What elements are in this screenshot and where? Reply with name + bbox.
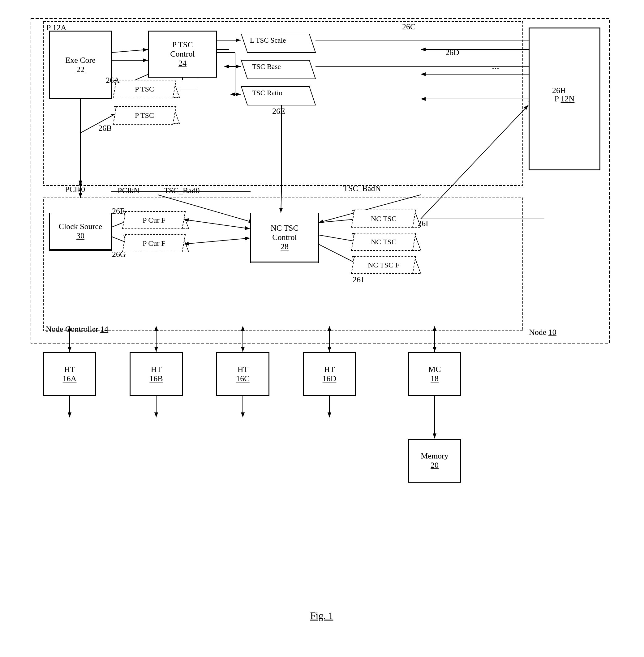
nc-tsc-1-label: NC TSC xyxy=(371,215,396,223)
p-cur-f-bot-label: P Cur F xyxy=(143,239,165,248)
nc-tsc-control-box: NC TSCControl28 xyxy=(251,213,319,262)
ref-26c: 26C xyxy=(402,22,415,31)
nc-tsc-f-label: NC TSC F xyxy=(368,261,399,269)
ht-16a-box: HT16A xyxy=(43,352,96,396)
nc-tsc-2-label: NC TSC xyxy=(371,238,396,246)
ht-16b-box: HT16B xyxy=(130,352,183,396)
tsc-badn-label: TSC_BadN xyxy=(343,184,381,193)
p-cur-f-bot-box: P Cur F xyxy=(122,234,186,252)
ht-16c-label: HT16C xyxy=(236,365,249,383)
ht-16b-label: HT16B xyxy=(150,365,163,383)
p-cur-f-top-box: P Cur F xyxy=(122,211,186,229)
ref-26g: 26G xyxy=(112,250,126,259)
tsc-base-label: TSC Base xyxy=(252,63,281,71)
svg-rect-4 xyxy=(43,22,523,186)
p-tsc-26a-box: P TSC xyxy=(113,80,177,98)
l-tsc-scale-label: L TSC Scale xyxy=(250,37,286,45)
ht-16a-label: HT16A xyxy=(63,365,77,383)
figure-caption: Fig. 1 xyxy=(310,610,334,621)
ref-26h: 26H xyxy=(552,86,566,95)
nc-tsc-2-box: NC TSC xyxy=(351,233,416,251)
clock-source-label: Clock Source30 xyxy=(59,222,102,240)
svg-line-46 xyxy=(281,192,281,213)
p-cur-f-top-label: P Cur F xyxy=(143,216,165,225)
p-tsc-control-box: P TSCControl24 xyxy=(148,31,216,77)
p12n-label: P 12N xyxy=(555,94,575,103)
svg-rect-6 xyxy=(31,19,610,343)
p-tsc-control-label: P TSCControl24 xyxy=(170,40,194,68)
clock-source-box: Clock Source30 xyxy=(49,213,111,250)
p-tsc-26b-box: P TSC xyxy=(113,106,177,124)
pclk0-label: PClk0 xyxy=(65,185,85,194)
ref-26f: 26F xyxy=(112,207,124,216)
ref-26e: 26E xyxy=(272,107,285,116)
ref-26d: 26D xyxy=(445,48,459,57)
svg-line-59 xyxy=(189,238,250,244)
dots-label: ... xyxy=(492,60,499,72)
ht-16d-box: HT16D xyxy=(303,352,356,396)
memory-20-label: Memory20 xyxy=(421,451,448,470)
nc-tsc-control-label: NC TSCControl28 xyxy=(271,224,298,251)
ht-16c-box: HT16C xyxy=(216,352,269,396)
ref-26a: 26A xyxy=(106,76,120,85)
mc-18-box: MC18 xyxy=(408,352,461,396)
exe-core-ref: 22 xyxy=(76,65,85,74)
node-controller-label: Node Controller 14 xyxy=(46,325,108,334)
ref-26i: 26I xyxy=(418,219,429,228)
tsc-ratio-label: TSC Ratio xyxy=(252,89,282,97)
nc-tsc-f-box: NC TSC F xyxy=(351,256,416,274)
p12n-box: P 12N xyxy=(529,28,600,170)
nc-tsc-1-box: NC TSC xyxy=(351,210,416,228)
svg-line-63 xyxy=(421,105,528,219)
node-10-label: Node 10 xyxy=(529,328,556,337)
svg-line-58 xyxy=(189,220,250,229)
ref-26j: 26J xyxy=(353,275,364,284)
exe-core-label: Exe Core xyxy=(65,56,95,65)
svg-line-28 xyxy=(111,49,148,52)
svg-line-61 xyxy=(319,235,358,242)
pclkn-label: PClkN xyxy=(118,186,139,195)
exe-core-box: Exe Core 22 xyxy=(49,31,111,99)
memory-20-box: Memory20 xyxy=(408,439,461,482)
tsc-bad0-label: TSC_Bad0 xyxy=(164,186,200,195)
mc-18-label: MC18 xyxy=(429,365,441,383)
ref-26b: 26B xyxy=(98,124,112,133)
ht-16d-label: HT16D xyxy=(323,365,337,383)
